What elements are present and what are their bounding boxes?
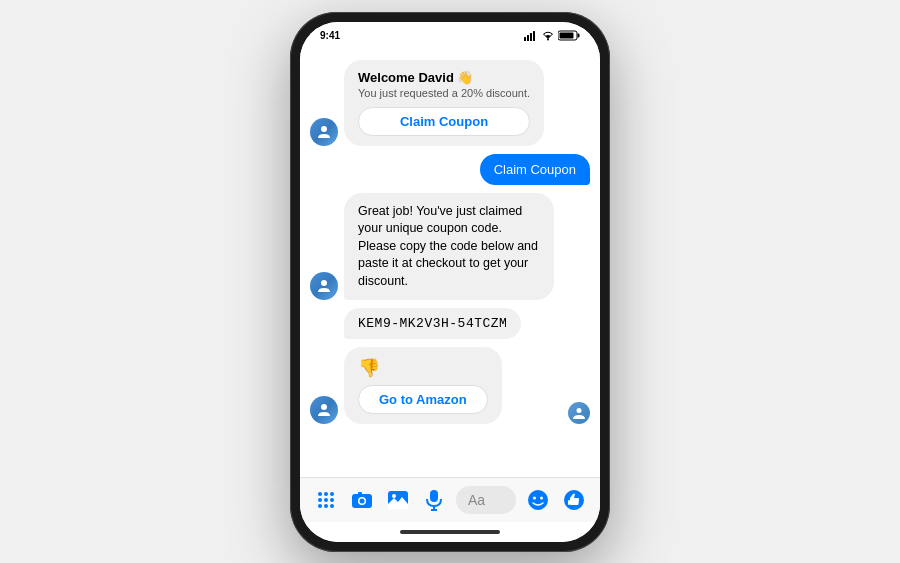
time: 9:41: [320, 30, 340, 41]
bot-avatar-2: [310, 272, 338, 300]
svg-point-17: [330, 498, 334, 502]
svg-point-8: [321, 126, 327, 132]
svg-point-23: [360, 498, 365, 503]
card-subtitle: You just requested a 20% discount.: [358, 87, 530, 99]
message-row-action: 👎 Go to Amazon: [310, 347, 590, 424]
svg-rect-0: [524, 37, 526, 41]
home-bar: [400, 530, 500, 534]
photo-icon[interactable]: [384, 486, 412, 514]
svg-rect-1: [527, 35, 529, 41]
message-row-user: Claim Coupon: [310, 154, 590, 185]
svg-rect-7: [560, 33, 574, 39]
emoji-icon[interactable]: [524, 486, 552, 514]
message-row-bot-text: Great job! You've just claimed your uniq…: [310, 193, 590, 301]
status-icons: [524, 30, 580, 41]
keyboard-toolbar: Aa: [300, 477, 600, 522]
chat-area: Welcome David 👋 You just requested a 20%…: [300, 50, 600, 477]
svg-point-18: [318, 504, 322, 508]
bot-avatar-3: [310, 396, 338, 424]
svg-point-9: [321, 280, 327, 286]
apps-svg: [315, 489, 337, 511]
status-bar: 9:41: [300, 22, 600, 50]
message-input[interactable]: Aa: [456, 486, 516, 514]
svg-point-12: [318, 492, 322, 496]
svg-rect-27: [430, 490, 438, 502]
svg-point-31: [533, 496, 536, 499]
svg-rect-3: [533, 31, 535, 41]
action-card: 👎 Go to Amazon: [344, 347, 502, 424]
svg-point-10: [321, 404, 327, 410]
svg-point-15: [318, 498, 322, 502]
thumbsup-icon[interactable]: [560, 486, 588, 514]
camera-svg: [351, 491, 373, 509]
welcome-card: Welcome David 👋 You just requested a 20%…: [344, 60, 544, 146]
svg-point-19: [324, 504, 328, 508]
svg-point-11: [577, 408, 582, 413]
bot-avatar-icon: [316, 124, 332, 140]
user-avatar-small: [568, 402, 590, 424]
phone-screen: 9:41: [300, 22, 600, 542]
bot-avatar-1: [310, 118, 338, 146]
message-row-coupon: KEM9-MK2V3H-54TCZM: [310, 308, 590, 339]
svg-point-4: [547, 38, 549, 40]
wifi-icon: [542, 31, 554, 41]
svg-point-13: [324, 492, 328, 496]
input-placeholder: Aa: [468, 492, 485, 508]
mic-icon[interactable]: [420, 486, 448, 514]
svg-point-20: [330, 504, 334, 508]
svg-point-32: [540, 496, 543, 499]
bot-avatar-icon-2: [316, 278, 332, 294]
svg-point-26: [392, 494, 396, 498]
svg-rect-34: [568, 500, 570, 505]
camera-icon[interactable]: [348, 486, 376, 514]
thumbsup-svg: [562, 488, 586, 512]
svg-rect-24: [358, 492, 362, 495]
card-title: Welcome David 👋: [358, 70, 530, 85]
go-to-amazon-button[interactable]: Go to Amazon: [358, 385, 488, 414]
battery-icon: [558, 30, 580, 41]
signal-icon: [524, 31, 538, 41]
svg-rect-2: [530, 33, 532, 41]
home-indicator: [300, 522, 600, 542]
svg-point-16: [324, 498, 328, 502]
phone-frame: 9:41: [290, 12, 610, 552]
thumbsdown-emoji: 👎: [358, 357, 488, 379]
apps-icon[interactable]: [312, 486, 340, 514]
mic-svg: [425, 489, 443, 511]
photo-svg: [387, 490, 409, 510]
message-row-welcome: Welcome David 👋 You just requested a 20%…: [310, 60, 590, 146]
claim-coupon-button-card[interactable]: Claim Coupon: [358, 107, 530, 136]
svg-point-14: [330, 492, 334, 496]
user-bubble: Claim Coupon: [480, 154, 590, 185]
bot-avatar-icon-3: [316, 402, 332, 418]
emoji-svg: [526, 488, 550, 512]
svg-rect-6: [578, 34, 580, 38]
coupon-code: KEM9-MK2V3H-54TCZM: [344, 308, 521, 339]
user-small-icon: [572, 406, 586, 420]
svg-point-30: [528, 490, 548, 510]
bot-text-bubble: Great job! You've just claimed your uniq…: [344, 193, 554, 301]
